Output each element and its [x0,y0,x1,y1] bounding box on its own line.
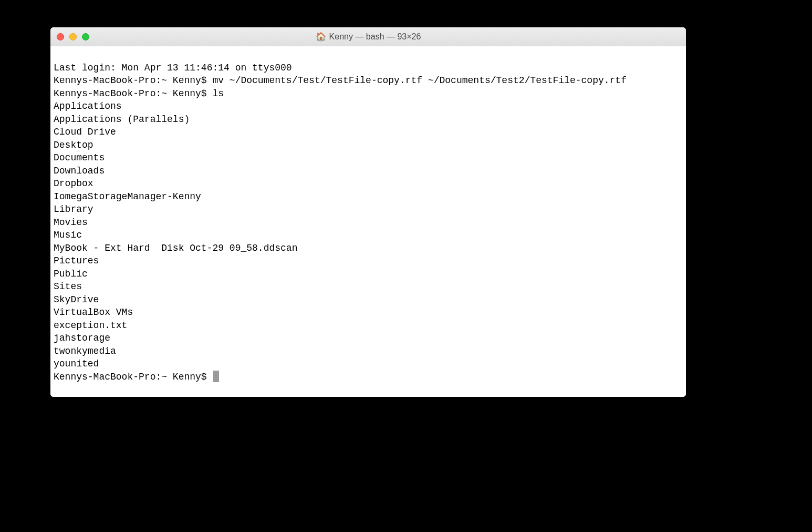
ls-item: Pictures [54,254,683,268]
ls-item: Downloads [54,165,683,178]
ls-item: twonkymedia [54,345,683,358]
home-icon: 🏠 [316,33,326,41]
ls-item: exception.txt [54,319,683,332]
command-ls: Kennys-MacBook-Pro:~ Kenny$ ls [54,87,683,100]
window-title-text: Kenny — bash — 93×26 [329,32,421,42]
traffic-lights [50,33,89,40]
window-titlebar[interactable]: 🏠 Kenny — bash — 93×26 [50,27,686,46]
ls-item: Music [54,229,683,242]
command-mv: Kennys-MacBook-Pro:~ Kenny$ mv ~/Documen… [54,74,683,87]
current-prompt: Kennys-MacBook-Pro:~ Kenny$ [54,371,683,384]
ls-output-block: ApplicationsApplications (Parallels)Clou… [54,100,683,371]
ls-item: IomegaStorageManager-Kenny [54,190,683,203]
current-prompt-text: Kennys-MacBook-Pro:~ Kenny$ [54,372,212,382]
ls-item: Desktop [54,139,683,152]
ls-item: younited [54,357,683,371]
minimize-button[interactable] [69,33,77,40]
ls-item: Cloud Drive [54,126,683,139]
ls-item: Movies [54,216,683,229]
terminal-body[interactable]: Last login: Mon Apr 13 11:46:14 on ttys0… [50,46,686,397]
ls-item: Documents [54,151,683,165]
ls-item: jahstorage [54,332,683,345]
cursor [213,371,219,382]
ls-item: Public [54,268,683,281]
ls-item: Sites [54,280,683,293]
ls-item: MyBook - Ext Hard Disk Oct-29 09_58.ddsc… [54,242,683,255]
close-button[interactable] [57,33,64,40]
window-title: 🏠 Kenny — bash — 93×26 [316,32,421,42]
terminal-window: 🏠 Kenny — bash — 93×26 Last login: Mon A… [50,27,686,397]
maximize-button[interactable] [82,33,89,40]
last-login-line: Last login: Mon Apr 13 11:46:14 on ttys0… [54,62,683,75]
ls-item: SkyDrive [54,293,683,306]
ls-item: Dropbox [54,177,683,190]
ls-item: Applications (Parallels) [54,113,683,126]
ls-item: VirtualBox VMs [54,306,683,319]
ls-item: Applications [54,100,683,113]
ls-item: Library [54,203,683,216]
